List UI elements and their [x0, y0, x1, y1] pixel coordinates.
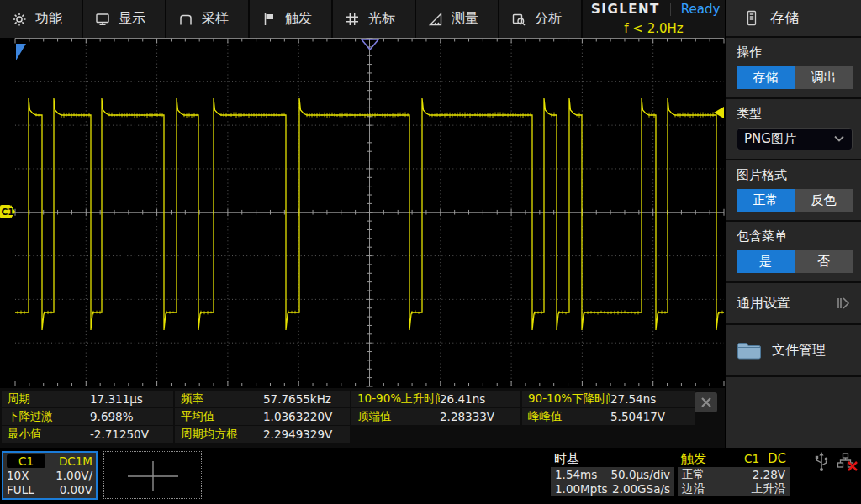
measurement-cell: 90-10%下降时间27.54ns: [522, 391, 695, 407]
menu-item-cursors[interactable]: 光标: [333, 0, 416, 38]
menu-item-label: 显示: [119, 10, 145, 28]
bottom-status-bar: C1 DC1M 10X 1.00V/ FULL 0.00V 时基 1.54ms …: [0, 448, 861, 504]
gear-icon: [12, 12, 27, 27]
sample-rate: 2.00GSa/s: [612, 482, 670, 496]
measurement-cell: 最小值-2.71250V: [2, 426, 173, 443]
file-type-dropdown[interactable]: PNG图片: [737, 128, 853, 150]
trigger-level-marker[interactable]: [714, 107, 724, 118]
measurement-cell-empty: [351, 426, 520, 443]
menu-item-analysis[interactable]: 分析: [499, 0, 583, 38]
format-invert-button[interactable]: 反色: [795, 189, 853, 212]
operation-section: 操作 存储 调出: [726, 38, 861, 99]
trigger-type: 边沿: [682, 481, 705, 496]
type-label: 类型: [737, 106, 853, 122]
ruler-icon: [428, 12, 443, 27]
file-manager-item[interactable]: 文件管理: [726, 325, 861, 377]
format-normal-button[interactable]: 正常: [737, 189, 795, 212]
bandwidth-limit: FULL: [7, 483, 34, 496]
trigger-mode: 正常: [682, 467, 705, 482]
measurement-panel: 周期17.311µs 频率57.7655kHz 10-90%上升时间26.41n…: [0, 388, 725, 448]
measurement-label: 90-10%下降时间: [522, 391, 610, 407]
image-format-label: 图片格式: [737, 167, 853, 183]
menu-item-function[interactable]: 功能: [0, 0, 83, 38]
trigger-delay-marker[interactable]: [16, 44, 26, 60]
trigger-level: 2.28V: [753, 468, 785, 481]
measurement-label: 下降过激: [2, 409, 90, 424]
svg-text:C1: C1: [2, 207, 14, 217]
menu-item-label: 采样: [202, 10, 229, 28]
measurement-value: 27.54ns: [610, 392, 656, 406]
type-section: 类型 PNG图片: [726, 99, 861, 160]
measurement-value: 2.2949329V: [263, 428, 332, 441]
close-icon: [700, 396, 712, 408]
menu-item-display[interactable]: 显示: [83, 0, 166, 38]
divider: [670, 3, 671, 16]
timebase-title: 时基: [554, 451, 579, 467]
analyze-icon: [511, 12, 526, 27]
sample-icon: [178, 12, 193, 27]
channel-name-chip: C1: [7, 454, 45, 468]
measurement-cell: 周期17.311µs: [2, 391, 173, 407]
save-button[interactable]: 存储: [737, 66, 795, 89]
include-yes-button[interactable]: 是: [737, 250, 795, 273]
trigger-coupling: DC: [768, 451, 786, 466]
measurement-label: 最小值: [2, 427, 90, 442]
channel1-descriptor[interactable]: C1 DC1M 10X 1.00V/ FULL 0.00V: [2, 451, 98, 500]
measurement-cell: 峰峰值5.50417V: [522, 408, 695, 425]
measurement-cell: 频率57.7655kHz: [175, 391, 350, 407]
measurement-cell: 顶端值2.28333V: [351, 408, 520, 425]
measurement-cell: 平均值1.0363220V: [175, 408, 350, 425]
trigger-title: 触发: [681, 451, 706, 467]
menu-item-trigger[interactable]: 触发: [250, 0, 333, 38]
panel-title: 存储: [770, 8, 799, 28]
measurement-value: 17.311µs: [90, 392, 143, 406]
measurement-value: 5.50417V: [610, 410, 665, 423]
cursor-grid-icon: [345, 12, 360, 27]
measurement-label: 峰峰值: [522, 409, 610, 424]
menu-item-measure[interactable]: 测量: [416, 0, 499, 38]
measurement-value: 1.0363220V: [263, 410, 332, 423]
trigger-source-chip: C1: [739, 452, 764, 465]
frequency-counter: f < 2.0Hz: [583, 18, 725, 38]
general-settings-label: 通用设置: [737, 295, 834, 312]
file-manager-label: 文件管理: [772, 342, 826, 360]
general-settings-item[interactable]: 通用设置: [726, 283, 861, 325]
measurement-value: 26.41ns: [440, 392, 485, 406]
measurement-cell: 10-90%上升时间26.41ns: [351, 391, 520, 407]
lan-disconnected-icon: [837, 452, 858, 472]
storage-icon: [745, 10, 758, 26]
storage-menu-header: 存储: [726, 0, 861, 38]
measurement-label: 周期: [2, 391, 90, 407]
chevron-down-icon: [833, 135, 845, 143]
measurement-value: 9.698%: [90, 410, 133, 423]
include-no-button[interactable]: 否: [795, 250, 853, 273]
measurement-value: 2.28333V: [440, 410, 494, 423]
image-format-section: 图片格式 正常 反色: [726, 160, 861, 222]
measurement-cell-empty: [522, 426, 695, 443]
channel-offset: 0.00V: [60, 483, 92, 496]
menu-item-acquire[interactable]: 采样: [166, 0, 250, 38]
graticule: C1: [0, 38, 725, 388]
memory-depth: 1.00Mpts: [555, 482, 608, 496]
include-menu-label: 包含菜单: [737, 228, 853, 244]
channel1-offset-marker[interactable]: C1: [0, 205, 15, 218]
recall-button[interactable]: 调出: [795, 66, 853, 89]
measurement-label: 顶端值: [351, 409, 440, 424]
close-measurements-button[interactable]: [695, 392, 717, 412]
usb-icon: [812, 452, 831, 472]
measurement-label: 周期均方根: [175, 427, 263, 442]
menu-item-label: 触发: [285, 10, 312, 28]
measurement-label: 频率: [175, 391, 263, 407]
plus-icon: [104, 452, 201, 498]
trigger-descriptor[interactable]: 触发 C1 DC 正常 2.28V 边沿 上升沿: [678, 450, 790, 501]
waveform-display[interactable]: C1: [0, 38, 725, 388]
timebase-descriptor[interactable]: 时基 1.54ms 50.0µs/div 1.00Mpts 2.00GSa/s: [551, 450, 674, 501]
status-block: SIGLENT Ready f < 2.0Hz: [583, 0, 725, 38]
measurement-label: 平均值: [175, 409, 263, 424]
measurement-cell: 周期均方根2.2949329V: [175, 426, 350, 443]
brand-logo: SIGLENT: [583, 2, 660, 17]
add-channel-slot[interactable]: [103, 451, 202, 499]
include-menu-section: 包含菜单 是 否: [726, 222, 861, 283]
file-type-value: PNG图片: [744, 131, 833, 147]
measurement-value: 57.7655kHz: [263, 392, 331, 406]
